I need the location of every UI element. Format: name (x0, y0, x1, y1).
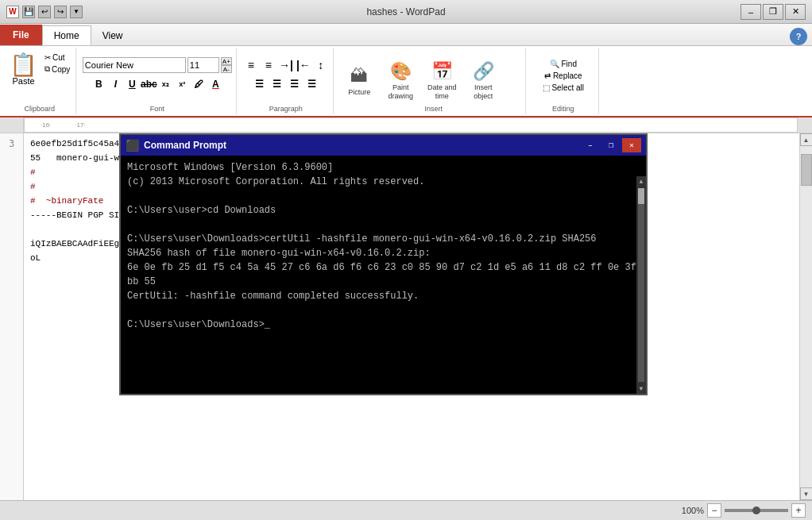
align-row: ☰ ☰ ☰ ☰ (252, 76, 320, 92)
ruler-marks: ·16· ·17· (25, 118, 797, 132)
select-all-button[interactable]: ⬚ Select all (540, 83, 586, 93)
underline-button[interactable]: U (124, 76, 140, 92)
cmd-close-button[interactable]: ✕ (622, 138, 641, 152)
status-bar: 100% − + (0, 500, 812, 520)
datetime-icon: 📅 (431, 61, 453, 82)
cmd-line-5: C:\Users\user\Downloads>certUtil -hashfi… (127, 232, 640, 246)
scroll-down-arrow[interactable]: ▼ (800, 487, 813, 500)
window-title: hashes - WordPad (366, 6, 445, 17)
justify-button[interactable]: ☰ (304, 76, 320, 92)
copy-icon: ⧉ (44, 64, 50, 74)
bold-button[interactable]: B (91, 76, 106, 92)
italic-button[interactable]: I (107, 76, 123, 92)
scroll-up-arrow[interactable]: ▲ (800, 133, 813, 146)
ruler: ·16· ·17· (0, 117, 812, 133)
insert-object-icon: 🔗 (473, 61, 494, 82)
font-group: A+ A- B I U abc x₂ x² 🖊 A Font (78, 48, 237, 114)
minimize-button[interactable]: – (740, 4, 761, 20)
align-right-button[interactable]: ☰ (287, 76, 303, 92)
indent-less-button[interactable]: |← (296, 57, 311, 73)
cmd-line-6: SHA256 hash of file monero-gui-win-x64-v… (127, 246, 640, 260)
help-button[interactable]: ? (790, 28, 807, 45)
window-controls: – ❒ ✕ (740, 4, 806, 20)
list-indent-row: ≡ ≡ →| |← ↕ (243, 57, 329, 73)
indent-more-button[interactable]: →| (278, 57, 294, 73)
cmd-minimize-button[interactable]: – (581, 138, 600, 152)
cmd-content: Microsoft Windows [Version 6.3.9600] (c)… (121, 156, 646, 394)
copy-button[interactable]: ⧉ Copy (42, 64, 72, 75)
cmd-window-controls: – ❒ ✕ (581, 138, 641, 152)
ribbon-toolbar: 📋 Paste ✂ Cut ⧉ Copy Clipboard (0, 46, 812, 117)
undo-quick-btn[interactable]: ↩ (38, 6, 51, 18)
cmd-line-8: CertUtil: -hashfile command completed su… (127, 289, 640, 303)
document-area[interactable]: 6e0efb25d1f5c45a4527c66ad6f6c623c08590d7… (24, 133, 799, 500)
tab-view[interactable]: View (91, 26, 134, 45)
vertical-scrollbar: ▲ ▼ (799, 133, 812, 500)
paint-button[interactable]: 🎨 Paintdrawing (380, 60, 421, 102)
align-center-button[interactable]: ☰ (269, 76, 285, 92)
line-spacing-button[interactable]: ↕ (313, 57, 329, 73)
ribbon-tabs: File Home View ? (0, 24, 812, 46)
bullets-button[interactable]: ≡ (243, 57, 259, 73)
redo-quick-btn[interactable]: ↪ (54, 6, 67, 18)
close-button[interactable]: ✕ (785, 4, 806, 20)
para-group-content: ≡ ≡ →| |← ↕ ☰ ☰ ☰ ☰ (243, 49, 329, 113)
insert-group: 🏔 Picture 🎨 Paintdrawing 📅 Date andtime … (335, 48, 526, 114)
font-group-label: Font (78, 105, 236, 113)
paste-button[interactable]: 📋 Paste (6, 52, 41, 87)
cut-copy-btns: ✂ Cut ⧉ Copy (42, 52, 72, 75)
grow-font-button[interactable]: A+ (221, 57, 232, 65)
cmd-restore-button[interactable]: ❒ (601, 138, 621, 152)
cmd-line-9 (127, 303, 640, 318)
numbering-button[interactable]: ≡ (261, 57, 276, 73)
ruler-left (0, 117, 24, 133)
zoom-plus-button[interactable]: + (791, 503, 806, 518)
zoom-minus-button[interactable]: − (707, 503, 721, 518)
tab-home[interactable]: Home (42, 25, 91, 45)
strikethrough-button[interactable]: abc (141, 76, 157, 92)
tab-file[interactable]: File (0, 25, 42, 45)
cut-button[interactable]: ✂ Cut (42, 52, 72, 63)
format-buttons: B I U abc x₂ x² 🖊 A (91, 76, 223, 92)
line-numbers: 3 (0, 133, 24, 500)
font-size-input[interactable] (188, 57, 219, 73)
align-left-button[interactable]: ☰ (252, 76, 268, 92)
cmd-scroll-track (638, 188, 644, 382)
paragraph-group-label: Paragraph (238, 105, 333, 113)
clipboard-group-label: Clipboard (3, 105, 75, 113)
cmd-title-text: Command Prompt (144, 140, 226, 151)
superscript-button[interactable]: x² (174, 76, 190, 92)
line-num-3: 3 (0, 137, 23, 151)
customize-quick-btn[interactable]: ▼ (70, 6, 83, 18)
picture-button[interactable]: 🏔 Picture (338, 64, 380, 98)
cmd-line-10: C:\Users\user\Downloads>_ (127, 318, 640, 332)
font-group-content: A+ A- B I U abc x₂ x² 🖊 A (83, 49, 232, 113)
cmd-scroll-down[interactable]: ▼ (638, 383, 645, 394)
save-quick-btn[interactable]: 💾 (22, 6, 35, 18)
highlight-button[interactable]: 🖊 (191, 76, 207, 92)
insert-object-button[interactable]: 🔗 Insertobject (462, 60, 504, 102)
font-color-button[interactable]: A (207, 76, 223, 92)
font-name-input[interactable] (83, 57, 186, 73)
cmd-scrollbar: ▲ ▼ (636, 176, 646, 394)
paragraph-group: ≡ ≡ →| |← ↕ ☰ ☰ ☰ ☰ Paragraph (238, 48, 334, 114)
scroll-thumb[interactable] (801, 154, 812, 186)
zoom-slider-thumb (752, 507, 760, 514)
datetime-button[interactable]: 📅 Date andtime (421, 60, 462, 102)
restore-button[interactable]: ❒ (763, 4, 783, 20)
clipboard-group: 📋 Paste ✂ Cut ⧉ Copy Clipboard (3, 48, 76, 114)
font-size-arrows: A+ A- (221, 57, 232, 73)
shrink-font-button[interactable]: A- (221, 65, 232, 73)
subscript-button[interactable]: x₂ (157, 76, 173, 92)
editing-group-label: Editing (528, 105, 598, 113)
find-button[interactable]: 🔍 Find (547, 59, 579, 69)
insert-group-label: Insert (338, 105, 528, 113)
title-bar: W 💾 ↩ ↪ ▼ hashes - WordPad – ❒ ✕ (0, 0, 812, 24)
ruler-scroll-btn[interactable] (798, 117, 812, 133)
replace-button[interactable]: ⇄ Replace (542, 71, 584, 81)
cmd-scroll-up[interactable]: ▲ (638, 176, 645, 187)
cmd-line-7: 6e 0e fb 25 d1 f5 c4 5a 45 27 c6 6a d6 f… (127, 260, 640, 289)
datetime-label: Date andtime (427, 83, 457, 101)
cmd-scroll-thumb (638, 188, 644, 204)
zoom-slider[interactable] (725, 509, 788, 512)
